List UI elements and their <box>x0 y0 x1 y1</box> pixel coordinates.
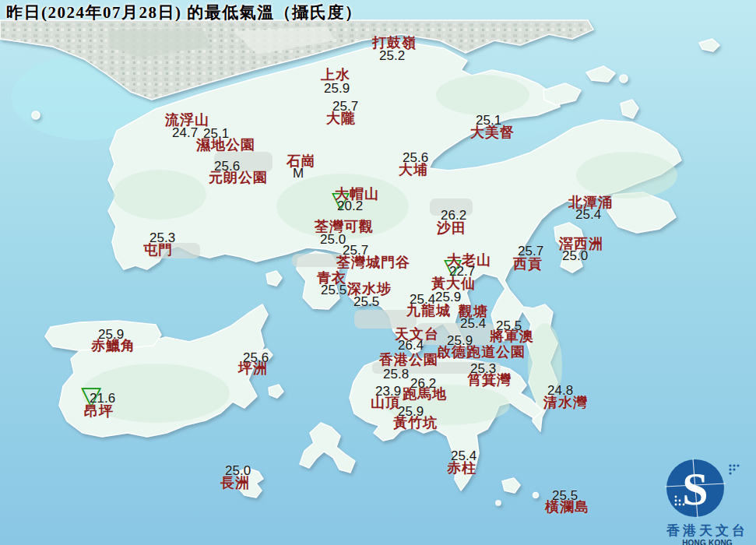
station-name: 上水 <box>321 68 350 82</box>
station-value: 25.9 <box>324 82 350 95</box>
station-value: 22.7 <box>449 265 475 278</box>
station-value: 25.6 <box>243 351 269 364</box>
station-value: 25.2 <box>379 49 405 62</box>
station-value: 26.2 <box>410 377 436 390</box>
station-value: 25.9 <box>447 334 473 347</box>
hko-logo-chinese-name: 香港天文台 <box>659 524 756 537</box>
station-value: 25.9 <box>435 290 461 304</box>
station-value: 25.5 <box>321 283 346 297</box>
station-value: 25.8 <box>383 367 409 381</box>
hko-logo: S 香港天文台 HONG KONG OBSERVATORY <box>659 456 756 545</box>
station-value: 25.0 <box>562 249 588 262</box>
station-value: 25.1 <box>203 127 229 140</box>
station-value: 21.6 <box>90 392 115 405</box>
page-title: 昨日(2024年07月28日) 的最低氣溫（攝氏度） <box>6 2 362 23</box>
station-value: 25.4 <box>451 449 476 462</box>
station-value: 25.5 <box>552 489 578 502</box>
hko-min-temp-map-screen: 昨日(2024年07月28日) 的最低氣溫（攝氏度） 25.2打鼓嶺25.9上水… <box>0 0 756 545</box>
station-value: 25.7 <box>343 244 368 257</box>
hko-logo-swirl: S <box>682 463 708 515</box>
station-value: 24.8 <box>547 384 573 397</box>
station-value: 25.3 <box>470 362 496 375</box>
station-value: 26.2 <box>441 209 466 222</box>
station-value: 25.6 <box>403 151 428 164</box>
station-value: 25.4 <box>410 293 435 306</box>
hong-kong-map <box>0 0 756 545</box>
station-value: M <box>293 167 304 180</box>
station-value: 25.5 <box>353 295 379 308</box>
station-name: 沙田 <box>437 221 466 235</box>
station-value: 25.6 <box>214 160 240 173</box>
station-value: 20.2 <box>337 199 363 213</box>
station-value: 23.9 <box>375 385 401 398</box>
station-value: 25.7 <box>518 244 543 258</box>
station-name: 西貢 <box>513 257 543 271</box>
station-value: 25.9 <box>398 405 424 418</box>
station-value: 25.4 <box>575 208 601 221</box>
hko-logo-emblem: S <box>659 456 756 519</box>
station-value: 26.4 <box>398 339 424 352</box>
station-value: 24.7 <box>172 126 198 139</box>
station-value: 25.7 <box>332 100 358 113</box>
station-value: 25.3 <box>149 231 175 244</box>
station-value: 25.5 <box>496 319 522 332</box>
station-name: 昂坪 <box>84 404 114 418</box>
hko-logo-english-name: HONG KONG OBSERVATORY <box>659 540 756 545</box>
station-value: 25.0 <box>225 464 251 477</box>
station-value: 25.9 <box>98 328 124 341</box>
station-value: 25.4 <box>460 317 486 330</box>
station-value: 25.1 <box>476 114 501 127</box>
station-name: 香港公園 <box>379 353 438 367</box>
hko-logo-dots-right <box>729 464 739 474</box>
